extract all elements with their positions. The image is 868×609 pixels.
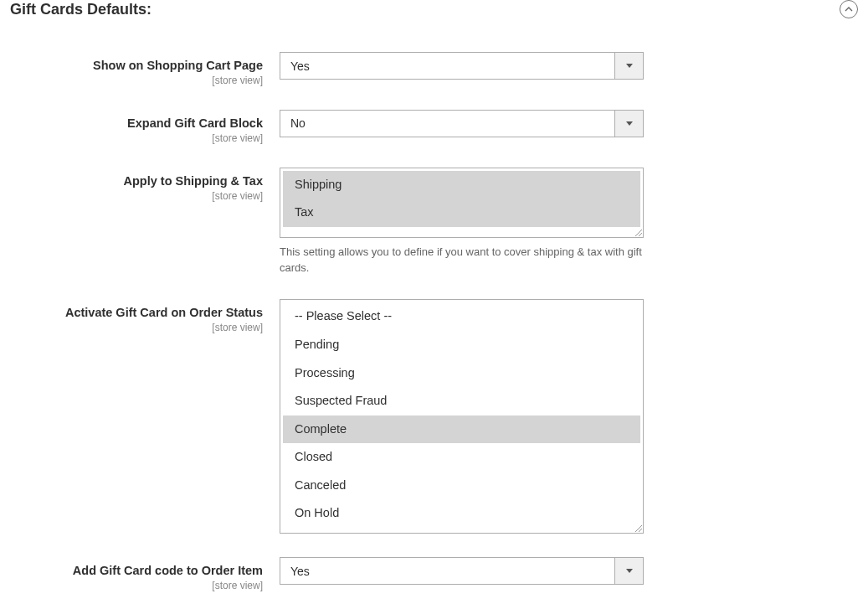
field-expand-block: Expand Gift Card Block [store view] No bbox=[0, 110, 868, 144]
multiselect-shipping-tax[interactable]: Shipping Tax bbox=[280, 168, 644, 238]
section-header: Gift Cards Defaults: bbox=[0, 0, 868, 27]
select-expand-block[interactable]: No bbox=[280, 110, 644, 137]
field-scope: [store view] bbox=[0, 75, 263, 86]
field-label-col: Activate Gift Card on Order Status [stor… bbox=[0, 299, 280, 333]
field-apply-shipping-tax: Apply to Shipping & Tax [store view] Shi… bbox=[0, 168, 868, 276]
multiselect-option-canceled[interactable]: Canceled bbox=[283, 472, 640, 500]
multiselect-option-shipping[interactable]: Shipping bbox=[283, 171, 640, 199]
field-control: No bbox=[280, 110, 644, 137]
field-add-code-order-item: Add Gift Card code to Order Item [store … bbox=[0, 557, 868, 591]
select-value: No bbox=[280, 116, 614, 130]
field-label-col: Expand Gift Card Block [store view] bbox=[0, 110, 280, 144]
config-form: Show on Shopping Cart Page [store view] … bbox=[0, 27, 868, 591]
field-scope: [store view] bbox=[0, 580, 263, 591]
multiselect-option-complete[interactable]: Complete bbox=[283, 415, 640, 444]
multiselect-option-processing[interactable]: Processing bbox=[283, 359, 640, 388]
field-label: Activate Gift Card on Order Status bbox=[0, 305, 263, 321]
chevron-down-icon bbox=[614, 53, 643, 79]
field-scope: [store view] bbox=[0, 190, 263, 202]
multiselect-option-onhold[interactable]: On Hold bbox=[283, 499, 640, 528]
multiselect-option-placeholder[interactable]: -- Please Select -- bbox=[283, 302, 640, 331]
multiselect-option-pending[interactable]: Pending bbox=[283, 331, 640, 359]
select-show-on-cart[interactable]: Yes bbox=[280, 52, 644, 80]
multiselect-option-fraud[interactable]: Suspected Fraud bbox=[283, 387, 640, 415]
field-control: Shipping Tax This setting allows you to … bbox=[280, 168, 644, 276]
select-value: Yes bbox=[280, 565, 614, 578]
field-scope: [store view] bbox=[0, 322, 263, 333]
field-label: Add Gift Card code to Order Item bbox=[0, 563, 263, 579]
field-label: Apply to Shipping & Tax bbox=[0, 173, 263, 189]
field-scope: [store view] bbox=[0, 132, 263, 144]
field-help-text: This setting allows you to define if you… bbox=[280, 245, 644, 276]
multiselect-option-closed[interactable]: Closed bbox=[283, 443, 640, 472]
resize-handle-icon bbox=[634, 228, 642, 236]
svg-line-3 bbox=[639, 529, 642, 532]
field-control: Yes bbox=[280, 52, 644, 80]
field-show-on-cart: Show on Shopping Cart Page [store view] … bbox=[0, 52, 868, 86]
multiselect-option-tax[interactable]: Tax bbox=[283, 199, 640, 227]
field-label: Show on Shopping Cart Page bbox=[0, 58, 263, 74]
section-title: Gift Cards Defaults: bbox=[10, 1, 152, 18]
collapse-toggle[interactable] bbox=[840, 0, 858, 18]
field-label-col: Apply to Shipping & Tax [store view] bbox=[0, 168, 280, 202]
field-activate-status: Activate Gift Card on Order Status [stor… bbox=[0, 299, 868, 534]
field-control: Yes bbox=[280, 557, 644, 585]
svg-line-1 bbox=[639, 233, 642, 236]
field-label: Expand Gift Card Block bbox=[0, 116, 263, 132]
chevron-up-icon bbox=[845, 3, 853, 16]
svg-line-0 bbox=[635, 230, 642, 236]
chevron-down-icon bbox=[614, 111, 643, 137]
field-control: -- Please Select -- Pending Processing S… bbox=[280, 299, 644, 534]
select-add-code-order-item[interactable]: Yes bbox=[280, 557, 644, 585]
chevron-down-icon bbox=[614, 558, 643, 584]
multiselect-order-status[interactable]: -- Please Select -- Pending Processing S… bbox=[280, 299, 644, 534]
field-label-col: Show on Shopping Cart Page [store view] bbox=[0, 52, 280, 86]
field-label-col: Add Gift Card code to Order Item [store … bbox=[0, 557, 280, 591]
select-value: Yes bbox=[280, 59, 614, 73]
